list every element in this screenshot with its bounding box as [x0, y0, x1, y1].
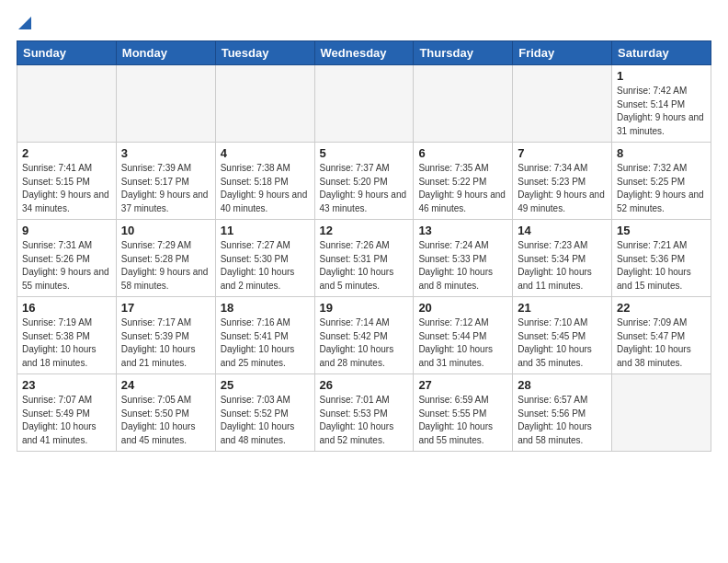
col-header-thursday: Thursday: [414, 41, 513, 65]
page: SundayMondayTuesdayWednesdayThursdayFrid…: [0, 0, 728, 468]
day-detail: Sunrise: 7:05 AM Sunset: 5:50 PM Dayligh…: [121, 394, 210, 447]
day-number: 1: [617, 69, 706, 83]
day-detail: Sunrise: 7:41 AM Sunset: 5:15 PM Dayligh…: [22, 162, 111, 215]
calendar-cell: 24Sunrise: 7:05 AM Sunset: 5:50 PM Dayli…: [116, 374, 215, 452]
logo: [17, 17, 31, 33]
day-number: 2: [22, 146, 111, 160]
calendar-cell: 3Sunrise: 7:39 AM Sunset: 5:17 PM Daylig…: [116, 143, 215, 220]
day-detail: Sunrise: 6:57 AM Sunset: 5:56 PM Dayligh…: [518, 394, 607, 447]
calendar-cell: 2Sunrise: 7:41 AM Sunset: 5:15 PM Daylig…: [17, 143, 117, 220]
day-number: 4: [221, 146, 310, 160]
header: [17, 17, 711, 33]
calendar-cell: 11Sunrise: 7:27 AM Sunset: 5:30 PM Dayli…: [215, 220, 314, 297]
day-detail: Sunrise: 7:12 AM Sunset: 5:44 PM Dayligh…: [418, 316, 507, 370]
day-number: 27: [418, 378, 507, 392]
calendar-cell: 16Sunrise: 7:19 AM Sunset: 5:38 PM Dayli…: [17, 297, 117, 374]
day-detail: Sunrise: 7:35 AM Sunset: 5:22 PM Dayligh…: [418, 162, 507, 215]
day-number: 13: [418, 224, 507, 237]
calendar-cell: 1Sunrise: 7:42 AM Sunset: 5:14 PM Daylig…: [612, 65, 711, 143]
day-detail: Sunrise: 7:23 AM Sunset: 5:34 PM Dayligh…: [518, 239, 607, 293]
day-number: 6: [418, 146, 507, 160]
day-detail: Sunrise: 7:39 AM Sunset: 5:17 PM Dayligh…: [121, 162, 210, 215]
day-detail: Sunrise: 7:21 AM Sunset: 5:36 PM Dayligh…: [617, 239, 706, 293]
calendar-cell: 8Sunrise: 7:32 AM Sunset: 5:25 PM Daylig…: [612, 143, 711, 220]
day-number: 14: [518, 224, 607, 237]
day-detail: Sunrise: 7:24 AM Sunset: 5:33 PM Dayligh…: [418, 239, 507, 293]
calendar-cell: 6Sunrise: 7:35 AM Sunset: 5:22 PM Daylig…: [414, 143, 513, 220]
col-header-tuesday: Tuesday: [215, 41, 314, 65]
day-number: 3: [121, 146, 210, 160]
calendar-week-row: 16Sunrise: 7:19 AM Sunset: 5:38 PM Dayli…: [17, 297, 711, 374]
calendar-cell: [116, 65, 215, 143]
col-header-monday: Monday: [116, 41, 215, 65]
calendar-cell: 5Sunrise: 7:37 AM Sunset: 5:20 PM Daylig…: [314, 143, 414, 220]
calendar-table: SundayMondayTuesdayWednesdayThursdayFrid…: [17, 40, 711, 452]
calendar-cell: 26Sunrise: 7:01 AM Sunset: 5:53 PM Dayli…: [314, 374, 414, 452]
day-detail: Sunrise: 6:59 AM Sunset: 5:55 PM Dayligh…: [418, 394, 507, 447]
calendar-cell: [17, 65, 117, 143]
calendar-cell: 22Sunrise: 7:09 AM Sunset: 5:47 PM Dayli…: [612, 297, 711, 374]
calendar-cell: 27Sunrise: 6:59 AM Sunset: 5:55 PM Dayli…: [414, 374, 513, 452]
calendar-cell: 14Sunrise: 7:23 AM Sunset: 5:34 PM Dayli…: [513, 220, 612, 297]
calendar-cell: 9Sunrise: 7:31 AM Sunset: 5:26 PM Daylig…: [17, 220, 117, 297]
calendar-cell: 10Sunrise: 7:29 AM Sunset: 5:28 PM Dayli…: [116, 220, 215, 297]
day-number: 24: [121, 378, 210, 392]
svg-marker-0: [18, 17, 31, 29]
col-header-wednesday: Wednesday: [314, 41, 414, 65]
calendar-cell: 12Sunrise: 7:26 AM Sunset: 5:31 PM Dayli…: [314, 220, 414, 297]
day-detail: Sunrise: 7:31 AM Sunset: 5:26 PM Dayligh…: [22, 239, 111, 293]
day-number: 16: [22, 301, 111, 315]
calendar-cell: [314, 65, 414, 143]
calendar-cell: 20Sunrise: 7:12 AM Sunset: 5:44 PM Dayli…: [414, 297, 513, 374]
calendar-cell: [612, 374, 711, 452]
calendar-cell: 28Sunrise: 6:57 AM Sunset: 5:56 PM Dayli…: [513, 374, 612, 452]
day-number: 9: [22, 224, 111, 237]
calendar-cell: 23Sunrise: 7:07 AM Sunset: 5:49 PM Dayli…: [17, 374, 117, 452]
calendar-cell: 4Sunrise: 7:38 AM Sunset: 5:18 PM Daylig…: [215, 143, 314, 220]
calendar-week-row: 1Sunrise: 7:42 AM Sunset: 5:14 PM Daylig…: [17, 65, 711, 143]
calendar-cell: 13Sunrise: 7:24 AM Sunset: 5:33 PM Dayli…: [414, 220, 513, 297]
calendar-cell: 15Sunrise: 7:21 AM Sunset: 5:36 PM Dayli…: [612, 220, 711, 297]
col-header-saturday: Saturday: [612, 41, 711, 65]
calendar-cell: 18Sunrise: 7:16 AM Sunset: 5:41 PM Dayli…: [215, 297, 314, 374]
logo-arrow-icon: [18, 17, 31, 29]
calendar-cell: [215, 65, 314, 143]
day-detail: Sunrise: 7:17 AM Sunset: 5:39 PM Dayligh…: [121, 316, 210, 370]
day-number: 26: [320, 378, 409, 392]
day-number: 28: [518, 378, 607, 392]
col-header-sunday: Sunday: [17, 41, 117, 65]
day-detail: Sunrise: 7:38 AM Sunset: 5:18 PM Dayligh…: [221, 162, 310, 215]
day-detail: Sunrise: 7:19 AM Sunset: 5:38 PM Dayligh…: [22, 316, 111, 370]
calendar-header-row: SundayMondayTuesdayWednesdayThursdayFrid…: [17, 41, 711, 65]
day-number: 20: [418, 301, 507, 315]
day-detail: Sunrise: 7:14 AM Sunset: 5:42 PM Dayligh…: [320, 316, 409, 370]
day-detail: Sunrise: 7:37 AM Sunset: 5:20 PM Dayligh…: [320, 162, 409, 215]
calendar-cell: [414, 65, 513, 143]
calendar-cell: 25Sunrise: 7:03 AM Sunset: 5:52 PM Dayli…: [215, 374, 314, 452]
calendar-cell: [513, 65, 612, 143]
day-detail: Sunrise: 7:26 AM Sunset: 5:31 PM Dayligh…: [320, 239, 409, 293]
calendar-week-row: 2Sunrise: 7:41 AM Sunset: 5:15 PM Daylig…: [17, 143, 711, 220]
day-number: 8: [617, 146, 706, 160]
calendar-cell: 17Sunrise: 7:17 AM Sunset: 5:39 PM Dayli…: [116, 297, 215, 374]
calendar-cell: 7Sunrise: 7:34 AM Sunset: 5:23 PM Daylig…: [513, 143, 612, 220]
calendar-cell: 19Sunrise: 7:14 AM Sunset: 5:42 PM Dayli…: [314, 297, 414, 374]
day-detail: Sunrise: 7:29 AM Sunset: 5:28 PM Dayligh…: [121, 239, 210, 293]
day-detail: Sunrise: 7:09 AM Sunset: 5:47 PM Dayligh…: [617, 316, 706, 370]
calendar-week-row: 23Sunrise: 7:07 AM Sunset: 5:49 PM Dayli…: [17, 374, 711, 452]
day-number: 23: [22, 378, 111, 392]
day-detail: Sunrise: 7:16 AM Sunset: 5:41 PM Dayligh…: [221, 316, 310, 370]
day-detail: Sunrise: 7:27 AM Sunset: 5:30 PM Dayligh…: [221, 239, 310, 293]
day-detail: Sunrise: 7:42 AM Sunset: 5:14 PM Dayligh…: [617, 85, 706, 138]
calendar-cell: 21Sunrise: 7:10 AM Sunset: 5:45 PM Dayli…: [513, 297, 612, 374]
day-detail: Sunrise: 7:34 AM Sunset: 5:23 PM Dayligh…: [518, 162, 607, 215]
calendar-week-row: 9Sunrise: 7:31 AM Sunset: 5:26 PM Daylig…: [17, 220, 711, 297]
day-number: 25: [221, 378, 310, 392]
day-number: 10: [121, 224, 210, 237]
day-number: 11: [221, 224, 310, 237]
day-number: 12: [320, 224, 409, 237]
day-detail: Sunrise: 7:03 AM Sunset: 5:52 PM Dayligh…: [221, 394, 310, 447]
day-detail: Sunrise: 7:07 AM Sunset: 5:49 PM Dayligh…: [22, 394, 111, 447]
day-number: 17: [121, 301, 210, 315]
day-number: 7: [518, 146, 607, 160]
